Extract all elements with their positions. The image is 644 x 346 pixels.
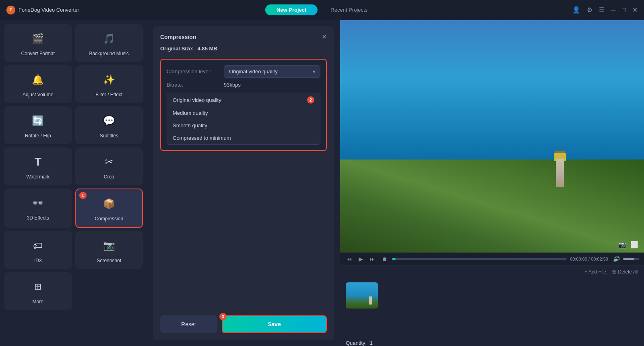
play-button[interactable]: ▶ [357, 255, 365, 263]
compression-settings-box: Compression level: Original video qualit… [160, 59, 327, 151]
save-button[interactable]: 3 Save [222, 315, 327, 333]
compression-icon: 📦 [100, 195, 118, 213]
dropdown-badge: 2 [307, 96, 314, 104]
bitrate-row: Bitrate: 93kbps [167, 82, 320, 88]
more-icon: ⊞ [29, 278, 47, 296]
bitrate-label: Bitrate: [167, 82, 219, 88]
tab-new-project[interactable]: New Project [265, 4, 318, 15]
sidebar-item-subtitles[interactable]: 💬 Subtitles [75, 106, 143, 144]
video-overlay-controls: 📷 ⬜ [618, 241, 638, 249]
time-display: 00:00:00 / 00:02:59 [570, 257, 608, 261]
maximize-icon[interactable]: □ [622, 6, 626, 14]
sidebar-empty-slot [75, 272, 143, 310]
crop-icon: ✂ [100, 153, 118, 171]
save-badge: 3 [219, 313, 227, 320]
sidebar-item-label: Subtitles [100, 133, 118, 139]
sidebar-item-background-music[interactable]: 🎵 Background Music [75, 24, 143, 62]
settings-icon[interactable]: ⚙ [587, 6, 592, 14]
file-thumbnail[interactable] [346, 282, 378, 309]
titlebar: F FoneDog Video Converter New Project Re… [0, 0, 644, 20]
sidebar-item-screenshot[interactable]: 📷 Screenshot [75, 231, 143, 269]
dropdown-option-smooth[interactable]: Smooth quality [167, 119, 320, 132]
3d-effects-icon: 👓 [29, 194, 47, 212]
logo-icon: F [6, 6, 15, 15]
close-icon[interactable]: ✕ [632, 6, 638, 14]
sidebar-item-rotate-flip[interactable]: 🔄 Rotate / Flip [4, 106, 72, 144]
video-area: 📷 ⬜ [340, 20, 644, 253]
bitrate-value: 93kbps [224, 82, 241, 88]
sidebar-item-label: More [33, 299, 43, 305]
center-panel: Compression ✕ Original Size: 4.85 MB Com… [147, 20, 340, 346]
quantity-text: Quantity: 1 [340, 340, 644, 346]
volume-fill [623, 258, 634, 260]
volume-bar[interactable] [623, 258, 639, 260]
rotate-flip-icon: 🔄 [29, 112, 47, 130]
id3-icon: 🏷 [29, 237, 47, 255]
sidebar-item-convert-format[interactable]: 🎬 Convert Format [4, 24, 72, 62]
progress-fill [392, 258, 396, 260]
main-layout: 🎬 Convert Format 🎵 Background Music 🔔 Ad… [0, 20, 644, 346]
delete-all-button[interactable]: 🗑 Delete All [612, 269, 638, 275]
quantity-value: 1 [370, 340, 373, 346]
sidebar-item-label: Crop [104, 174, 114, 180]
sidebar-item-label: Compression [95, 216, 123, 222]
adjust-volume-icon: 🔔 [29, 71, 47, 89]
sidebar-item-3d-effects[interactable]: 👓 3D Effects [4, 189, 72, 228]
original-size-label: Original Size: [160, 46, 194, 52]
progress-bar[interactable] [392, 258, 567, 260]
compression-dialog: Compression ✕ Original Size: 4.85 MB Com… [153, 26, 334, 340]
sidebar-item-id3[interactable]: 🏷 ID3 [4, 231, 72, 269]
watermark-icon: T [29, 153, 47, 171]
skip-forward-button[interactable]: ⏭ [368, 255, 377, 263]
user-icon[interactable]: 👤 [572, 6, 580, 14]
compression-level-label: Compression level: [167, 68, 219, 75]
dialog-close-button[interactable]: ✕ [322, 33, 327, 41]
sidebar-item-label: 3D Effects [27, 215, 49, 221]
dropdown-option-label: Smooth quality [173, 122, 207, 128]
compression-badge: 1 [79, 192, 87, 199]
stop-button[interactable]: ⏺ [380, 255, 389, 263]
dropdown-option-original[interactable]: Original video quality 2 [167, 93, 320, 107]
dropdown-option-label: Original video quality [173, 97, 221, 103]
sidebar-item-label: Background Music [89, 51, 129, 56]
app-name: FoneDog Video Converter [19, 7, 79, 13]
menu-icon[interactable]: ☰ [599, 6, 605, 14]
sidebar-item-filter-effect[interactable]: ✨ Filter / Effect [75, 65, 143, 103]
dialog-header: Compression ✕ [160, 33, 327, 41]
original-size-row: Original Size: 4.85 MB [160, 46, 327, 52]
tab-bar: New Project Recent Projects [265, 4, 379, 15]
add-file-button[interactable]: + Add File [584, 269, 606, 275]
sidebar-item-label: Watermark [26, 174, 50, 180]
file-manager: + Add File 🗑 Delete All Quantity: 1 [340, 265, 644, 346]
filter-effect-icon: ✨ [100, 71, 118, 89]
reset-button[interactable]: Reset [160, 315, 217, 333]
lighthouse-graphic [552, 151, 568, 187]
quantity-label: Quantity: [346, 340, 367, 346]
video-controls-bar: ⏮ ▶ ⏭ ⏺ 00:00:00 / 00:02:59 🔊 [340, 253, 644, 265]
app-logo: F FoneDog Video Converter [6, 6, 79, 15]
sidebar-item-watermark[interactable]: T Watermark [4, 147, 72, 185]
sidebar-item-adjust-volume[interactable]: 🔔 Adjust Volume [4, 65, 72, 103]
minimize-icon[interactable]: ─ [611, 6, 615, 14]
sidebar-item-label: Filter / Effect [95, 92, 122, 97]
original-size-value: 4.85 MB [198, 46, 217, 52]
right-panel: 📷 ⬜ ⏮ ▶ ⏭ ⏺ 00:00:00 / 00:02:59 🔊 [340, 20, 644, 346]
sidebar-item-compression[interactable]: 1 📦 Compression [75, 189, 143, 228]
file-toolbar: + Add File 🗑 Delete All [340, 266, 644, 278]
skip-back-button[interactable]: ⏮ [345, 255, 354, 263]
sidebar-item-label: Rotate / Flip [25, 133, 51, 139]
camera-snapshot-icon[interactable]: 📷 [618, 241, 626, 249]
compression-level-select[interactable]: Original video quality Medium quality Sm… [224, 65, 320, 78]
dialog-title: Compression [160, 34, 196, 40]
convert-format-icon: 🎬 [29, 30, 47, 48]
tab-recent-projects[interactable]: Recent Projects [319, 4, 379, 15]
dropdown-option-medium[interactable]: Medium quality [167, 107, 320, 119]
titlebar-controls: 👤 ⚙ ☰ ─ □ ✕ [572, 6, 638, 14]
sidebar-item-more[interactable]: ⊞ More [4, 272, 72, 310]
dialog-footer: Reset 3 Save [160, 310, 327, 333]
sidebar-item-label: Screenshot [97, 258, 121, 263]
picture-in-picture-icon[interactable]: ⬜ [630, 241, 638, 249]
sidebar-item-crop[interactable]: ✂ Crop [75, 147, 143, 185]
dropdown-option-minimum[interactable]: Compressed to minimum [167, 132, 320, 144]
volume-icon[interactable]: 🔊 [611, 255, 621, 263]
